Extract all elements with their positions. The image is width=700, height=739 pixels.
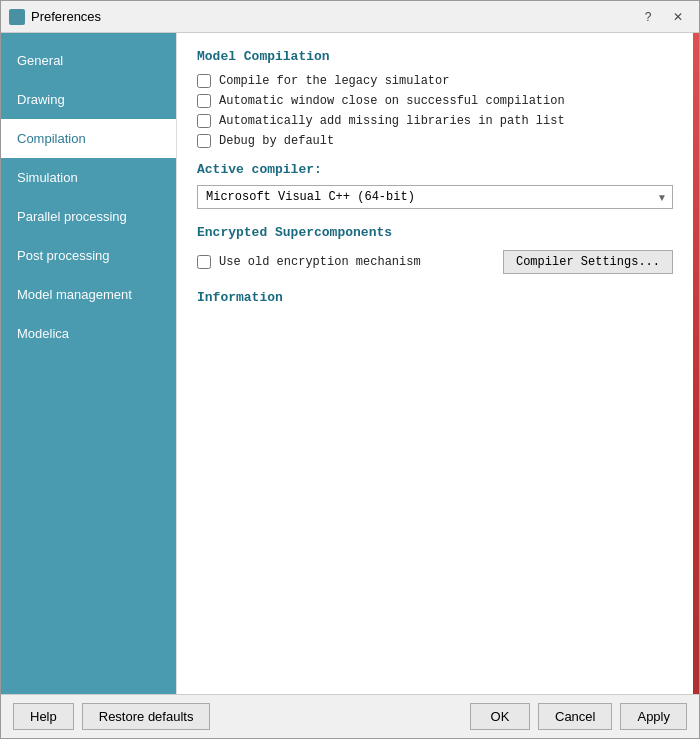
legacy-label: Compile for the legacy simulator [219, 74, 449, 88]
compiler-settings-button[interactable]: Compiler Settings... [503, 250, 673, 274]
auto-add-checkbox[interactable] [197, 114, 211, 128]
apply-button[interactable]: Apply [620, 703, 687, 730]
auto-add-checkbox-row: Automatically add missing libraries in p… [197, 114, 673, 128]
old-encryption-label: Use old encryption mechanism [219, 255, 421, 269]
sidebar-item-model-management[interactable]: Model management [1, 275, 176, 314]
close-button[interactable]: ✕ [665, 5, 691, 29]
sidebar-item-general[interactable]: General [1, 41, 176, 80]
sidebar-item-simulation[interactable]: Simulation [1, 158, 176, 197]
auto-close-checkbox[interactable] [197, 94, 211, 108]
encrypted-row: Use old encryption mechanism Compiler Se… [197, 250, 673, 274]
information-section: Information [197, 290, 673, 305]
sidebar-item-drawing[interactable]: Drawing [1, 80, 176, 119]
auto-add-label: Automatically add missing libraries in p… [219, 114, 565, 128]
ok-button[interactable]: OK [470, 703, 530, 730]
legacy-checkbox-row: Compile for the legacy simulator [197, 74, 673, 88]
compiler-select[interactable]: Microsoft Visual C++ (64-bit) Microsoft … [197, 185, 673, 209]
old-encryption-checkbox-row: Use old encryption mechanism [197, 255, 421, 269]
footer-left: Help Restore defaults [13, 703, 210, 730]
sidebar-item-parallel-processing[interactable]: Parallel processing [1, 197, 176, 236]
footer: Help Restore defaults OK Cancel Apply [1, 694, 699, 738]
cancel-button[interactable]: Cancel [538, 703, 612, 730]
legacy-checkbox[interactable] [197, 74, 211, 88]
restore-defaults-button[interactable]: Restore defaults [82, 703, 211, 730]
active-compiler-label: Active compiler: [197, 162, 673, 177]
sidebar-item-post-processing[interactable]: Post processing [1, 236, 176, 275]
debug-checkbox[interactable] [197, 134, 211, 148]
sidebar-item-compilation[interactable]: Compilation [1, 119, 176, 158]
window-title: Preferences [31, 9, 635, 24]
model-compilation-title: Model Compilation [197, 49, 673, 64]
help-footer-button[interactable]: Help [13, 703, 74, 730]
debug-checkbox-row: Debug by default [197, 134, 673, 148]
sidebar: General Drawing Compilation Simulation P… [1, 33, 176, 694]
preferences-window: Preferences ? ✕ General Drawing Compilat… [0, 0, 700, 739]
side-accent [693, 33, 699, 694]
encrypted-section: Encrypted Supercomponents Use old encryp… [197, 225, 673, 274]
footer-right: OK Cancel Apply [470, 703, 687, 730]
help-button[interactable]: ? [635, 5, 661, 29]
sidebar-item-modelica[interactable]: Modelica [1, 314, 176, 353]
titlebar: Preferences ? ✕ [1, 1, 699, 33]
compiler-select-wrapper: Microsoft Visual C++ (64-bit) Microsoft … [197, 185, 673, 209]
auto-close-label: Automatic window close on successful com… [219, 94, 565, 108]
old-encryption-checkbox[interactable] [197, 255, 211, 269]
auto-close-checkbox-row: Automatic window close on successful com… [197, 94, 673, 108]
debug-label: Debug by default [219, 134, 334, 148]
encrypted-title: Encrypted Supercomponents [197, 225, 673, 240]
app-icon [9, 9, 25, 25]
content-area: Model Compilation Compile for the legacy… [176, 33, 693, 694]
titlebar-controls: ? ✕ [635, 5, 691, 29]
information-title: Information [197, 290, 673, 305]
main-content: General Drawing Compilation Simulation P… [1, 33, 699, 694]
